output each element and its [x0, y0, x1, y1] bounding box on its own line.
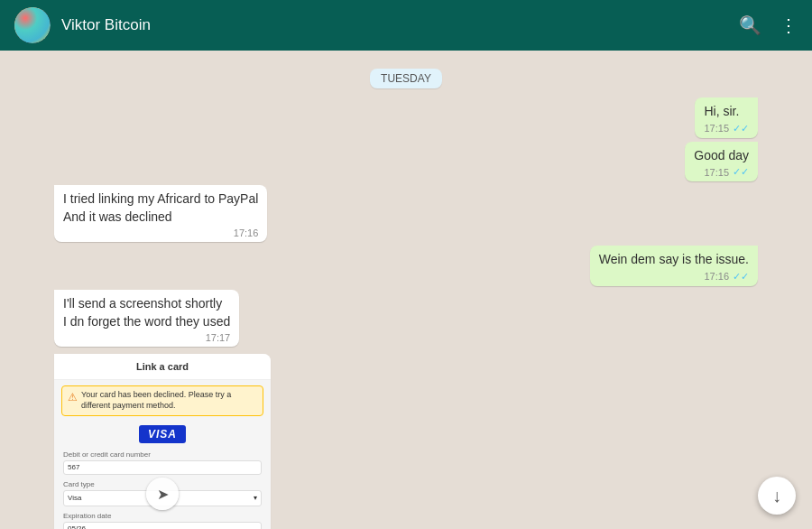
contact-name[interactable]: Viktor Bitcoin: [61, 16, 728, 34]
bubble-meta: 17:15 ✓✓: [704, 123, 749, 135]
more-options-icon[interactable]: ⋮: [780, 14, 798, 36]
message-text: Hi, sir.: [704, 103, 749, 121]
bubble-meta: 17:15 ✓✓: [694, 166, 749, 178]
date-badge: TUESDAY: [370, 69, 442, 88]
sc-field-label: Debit or credit card number: [63, 450, 262, 459]
bubble-meta: 17:16 ✓✓: [599, 271, 749, 283]
bubble-meta: 17:17: [63, 332, 230, 343]
messages-container: TUESDAY Hi, sir. 17:15 ✓✓ Good day 17:15…: [54, 60, 758, 529]
search-icon[interactable]: 🔍: [739, 14, 761, 36]
chevron-down-icon: ↓: [772, 486, 781, 506]
message-text: I tried linking my Africard to PayPalAnd…: [63, 190, 258, 226]
message-row: I'll send a screenshot shortlyI dn forge…: [54, 290, 758, 347]
tick-icon: ✓✓: [733, 123, 749, 135]
message-time: 17:16: [704, 271, 729, 282]
outgoing-bubble: Good day 17:15 ✓✓: [685, 142, 758, 182]
incoming-bubble: I tried linking my Africard to PayPalAnd…: [54, 185, 267, 242]
sc-visa-section: VISA: [54, 422, 271, 447]
sc-field-expiry: Expiration date 05/26: [63, 512, 262, 529]
sc-field-label: Expiration date: [63, 512, 262, 520]
scroll-down-button[interactable]: ↓: [758, 477, 796, 515]
message-time: 17:17: [206, 332, 231, 343]
outgoing-bubble: Wein dem say is the issue. 17:16 ✓✓: [590, 246, 758, 286]
bubble-meta: 17:16: [63, 227, 258, 238]
message-row: I tried linking my Africard to PayPalAnd…: [54, 185, 758, 242]
date-separator: TUESDAY: [54, 69, 758, 88]
message-text: I'll send a screenshot shortlyI dn forge…: [63, 295, 230, 330]
sc-visa-logo: VISA: [139, 425, 186, 443]
sc-field-input: 05/26: [63, 522, 262, 529]
sc-field-card: Debit or credit card number 567: [63, 450, 262, 475]
forward-button[interactable]: ➤: [146, 478, 179, 510]
message-row: Good day 17:15 ✓✓: [54, 142, 758, 182]
avatar[interactable]: [14, 7, 51, 43]
message-time: 17:15: [704, 123, 729, 134]
image-bubble[interactable]: Link a card ⚠ Your card has been decline…: [54, 354, 271, 529]
message-text: Wein dem say is the issue.: [599, 251, 749, 269]
sc-error-banner: ⚠ Your card has been declined. Please tr…: [61, 385, 263, 415]
sc-title: Link a card: [54, 354, 271, 380]
tick-icon: ✓✓: [733, 271, 749, 283]
message-row: Wein dem say is the issue. 17:16 ✓✓: [54, 246, 758, 286]
message-row: Hi, sir. 17:15 ✓✓: [54, 97, 758, 138]
message-time: 17:16: [234, 227, 259, 238]
warning-icon: ⚠: [68, 391, 78, 404]
sc-field-input: 567: [63, 460, 262, 475]
chat-header: Viktor Bitcoin 🔍 ⋮: [0, 0, 812, 51]
tick-icon: ✓✓: [733, 166, 749, 178]
header-actions: 🔍 ⋮: [739, 14, 798, 36]
chat-area: TUESDAY Hi, sir. 17:15 ✓✓ Good day 17:15…: [0, 51, 812, 529]
outgoing-bubble: Hi, sir. 17:15 ✓✓: [695, 97, 758, 138]
incoming-bubble: I'll send a screenshot shortlyI dn forge…: [54, 290, 239, 347]
message-text: Good day: [694, 147, 749, 165]
sc-error-text: Your card has been declined. Please try …: [81, 390, 257, 411]
message-time: 17:15: [704, 167, 729, 178]
message-row: Link a card ⚠ Your card has been decline…: [54, 354, 758, 529]
